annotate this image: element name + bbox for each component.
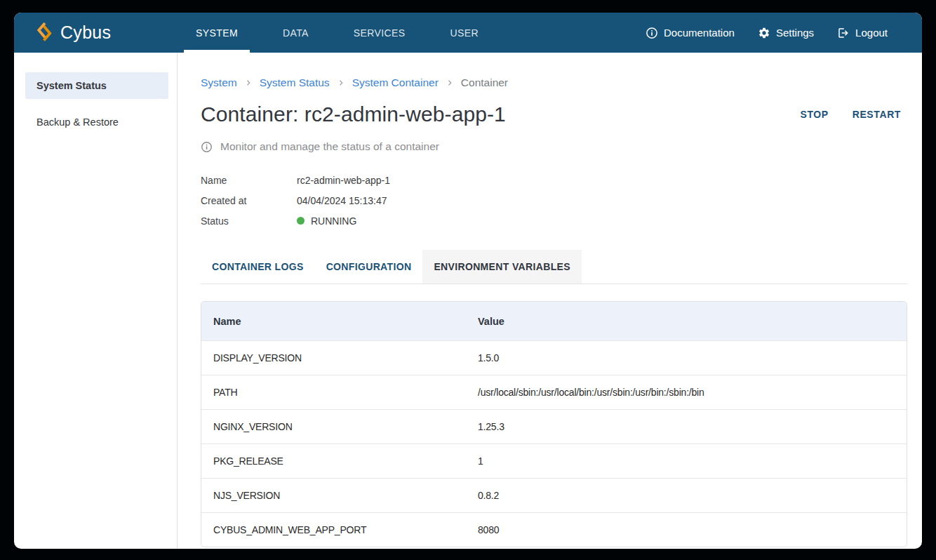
table-row: DISPLAY_VERSION 1.5.0: [201, 340, 907, 375]
subtitle-text: Monitor and manage the status of a conta…: [220, 140, 439, 153]
brand-logo[interactable]: Cybus: [14, 13, 184, 53]
logout-icon: [837, 27, 850, 39]
nav-actions: Documentation Settings Logout: [646, 13, 922, 53]
column-header-name: Name: [201, 316, 478, 327]
main-nav: SYSTEM DATA SERVICES USER: [184, 13, 512, 53]
documentation-link[interactable]: Documentation: [646, 27, 735, 39]
documentation-label: Documentation: [664, 27, 735, 39]
top-navbar: Cybus SYSTEM DATA SERVICES USER Document…: [14, 13, 922, 53]
status-dot-icon: [297, 217, 305, 225]
breadcrumb-container: Container: [461, 76, 508, 89]
info-icon: [201, 141, 213, 153]
detail-value: 04/04/2024 15:13:47: [297, 195, 387, 206]
container-details: Name rc2-admin-web-app-1 Created at 04/0…: [201, 170, 907, 231]
logout-label: Logout: [855, 27, 888, 39]
tab-environment-variables[interactable]: ENVIRONMENT VARIABLES: [422, 250, 582, 284]
detail-label: Name: [201, 175, 297, 186]
restart-button[interactable]: RESTART: [853, 105, 901, 124]
detail-label: Status: [201, 215, 297, 227]
chevron-right-icon: [337, 79, 345, 87]
column-header-value: Value: [478, 316, 907, 327]
app-window: Cybus SYSTEM DATA SERVICES USER Document…: [14, 13, 922, 549]
table-row: PKG_RELEASE 1: [201, 444, 907, 478]
table-header-row: Name Value: [201, 302, 907, 340]
info-icon: [646, 27, 658, 39]
env-name: PKG_RELEASE: [201, 455, 478, 467]
table-row: NGINX_VERSION 1.25.3: [201, 409, 907, 444]
page-title: Container: rc2-admin-web-app-1: [201, 102, 506, 126]
settings-button[interactable]: Settings: [758, 27, 814, 39]
environment-variables-table: Name Value DISPLAY_VERSION 1.5.0 PATH /u…: [201, 301, 907, 547]
env-value: 1: [478, 455, 907, 467]
table-row: NJS_VERSION 0.8.2: [201, 478, 907, 512]
logout-button[interactable]: Logout: [837, 27, 888, 39]
env-name: PATH: [201, 387, 478, 398]
main-content: System System Status System Container Co…: [178, 53, 922, 549]
detail-row-status: Status RUNNING: [201, 211, 907, 231]
gear-icon: [758, 27, 770, 39]
nav-tab-data[interactable]: DATA: [271, 13, 321, 53]
breadcrumb-system-container[interactable]: System Container: [352, 76, 439, 89]
breadcrumb: System System Status System Container Co…: [201, 76, 907, 89]
breadcrumb-system-status[interactable]: System Status: [260, 76, 330, 89]
sidebar-item-backup-restore[interactable]: Backup & Restore: [25, 109, 168, 135]
status-text: RUNNING: [311, 215, 356, 227]
stop-button[interactable]: STOP: [800, 105, 828, 124]
env-value: 8080: [478, 524, 907, 535]
detail-value: rc2-admin-web-app-1: [297, 175, 390, 186]
detail-tabs: CONTAINER LOGS CONFIGURATION ENVIRONMENT…: [201, 250, 907, 284]
table-row: CYBUS_ADMIN_WEB_APP_PORT 8080: [201, 512, 907, 547]
nav-tab-services[interactable]: SERVICES: [342, 13, 417, 53]
sidebar-item-system-status[interactable]: System Status: [25, 72, 168, 99]
status-badge: RUNNING: [297, 215, 356, 227]
env-name: DISPLAY_VERSION: [201, 352, 478, 364]
sidebar: System Status Backup & Restore: [14, 53, 178, 549]
cybus-logo-icon: [36, 21, 53, 45]
settings-label: Settings: [776, 27, 814, 39]
tab-container-logs[interactable]: CONTAINER LOGS: [201, 250, 315, 284]
env-name: NGINX_VERSION: [201, 421, 478, 432]
chevron-right-icon: [446, 79, 454, 87]
env-value: 1.5.0: [478, 352, 907, 364]
chevron-right-icon: [244, 79, 253, 87]
page-subtitle: Monitor and manage the status of a conta…: [201, 140, 907, 153]
detail-row-name: Name rc2-admin-web-app-1: [201, 170, 907, 190]
brand-name: Cybus: [60, 22, 111, 43]
env-value: /usr/local/sbin:/usr/local/bin:/usr/sbin…: [478, 387, 907, 398]
env-name: NJS_VERSION: [201, 490, 478, 501]
nav-tab-system[interactable]: SYSTEM: [184, 13, 250, 53]
detail-label: Created at: [201, 195, 297, 206]
container-actions: STOP RESTART: [800, 105, 907, 124]
env-value: 1.25.3: [478, 421, 907, 432]
nav-tab-user[interactable]: USER: [439, 13, 491, 53]
breadcrumb-system[interactable]: System: [201, 76, 237, 89]
table-row: PATH /usr/local/sbin:/usr/local/bin:/usr…: [201, 375, 907, 409]
detail-row-created-at: Created at 04/04/2024 15:13:47: [201, 190, 907, 211]
tab-configuration[interactable]: CONFIGURATION: [315, 250, 423, 284]
env-name: CYBUS_ADMIN_WEB_APP_PORT: [201, 524, 478, 535]
env-value: 0.8.2: [478, 490, 907, 501]
